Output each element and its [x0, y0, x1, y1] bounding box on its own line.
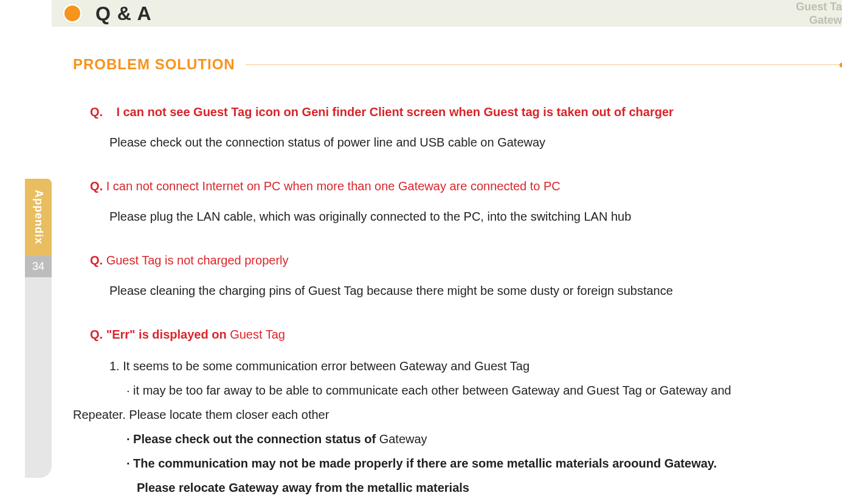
- question: Q. "Err" is displayed on Guest Tag: [73, 325, 842, 344]
- qa-block: Q. I can not connect Internet on PC when…: [73, 176, 842, 227]
- q-text: I can not connect Internet on PC when mo…: [106, 179, 561, 193]
- q-text: I can not see Guest Tag icon on Geni fin…: [116, 105, 673, 119]
- err-line: · it may be too far away to be able to c…: [73, 378, 842, 402]
- err-line: 2. Please check out the frequency on Gat…: [73, 500, 842, 504]
- qa-block: Q. I can not see Guest Tag icon on Geni …: [73, 102, 842, 153]
- header-right-line1: Guest Ta: [796, 0, 842, 13]
- q-prefix: Q.: [90, 179, 103, 193]
- page-title: Q & A: [95, 2, 152, 25]
- section-title: PROBLEM SOLUTION: [73, 56, 235, 73]
- header-right-line2: Gatew: [796, 13, 842, 27]
- err-list: 1. It seems to be some communication err…: [73, 354, 842, 504]
- q-prefix: Q.: [90, 105, 103, 119]
- main-content: PROBLEM SOLUTION Q. I can not see Guest …: [52, 27, 842, 504]
- sidebar-tail: [25, 277, 52, 478]
- dot-end-icon: [840, 63, 842, 67]
- answer: Please check out the connection status o…: [90, 131, 842, 153]
- q-text-rest: Guest Tag: [230, 328, 285, 341]
- err-line: · The communication may not be made prop…: [73, 451, 842, 475]
- dotted-divider: [246, 64, 842, 65]
- header-right-text: Guest Ta Gatew: [796, 0, 842, 27]
- header-bullet-icon: [63, 4, 82, 23]
- q-prefix: Q.: [90, 328, 103, 341]
- qa-block: Q. Guest Tag is not charged properly Ple…: [73, 250, 842, 302]
- q-prefix: Q.: [90, 254, 103, 267]
- qa-block-err: Q. "Err" is displayed on Guest Tag 1. It…: [73, 325, 842, 504]
- question: Q. I can not connect Internet on PC when…: [90, 176, 842, 196]
- answer: Please plug the LAN cable, which was ori…: [90, 205, 842, 227]
- err-line: Repeater. Please locate them closer each…: [73, 402, 842, 427]
- sidebar: Appendix 34: [0, 179, 52, 504]
- sidebar-tab-appendix: Appendix: [25, 179, 52, 255]
- err-line: Please relocate Gateway away from the me…: [73, 475, 842, 500]
- err-line: 1. It seems to be some communication err…: [73, 354, 842, 378]
- err-line: · Please check out the connection status…: [73, 427, 842, 451]
- question: Q. Guest Tag is not charged properly: [90, 250, 842, 270]
- err-line-rest: Gateway: [379, 432, 427, 446]
- section-header: PROBLEM SOLUTION: [73, 56, 842, 73]
- page-number: 34: [25, 255, 52, 277]
- question: Q. I can not see Guest Tag icon on Geni …: [90, 102, 842, 122]
- answer: Please cleaning the charging pins of Gue…: [90, 280, 842, 302]
- q-text: Guest Tag is not charged properly: [106, 254, 289, 267]
- err-line-bold-part: · Please check out the connection status…: [126, 432, 379, 446]
- q-text-bold: "Err" is displayed on: [106, 328, 227, 341]
- header-banner: Q & A Guest Ta Gatew: [52, 0, 842, 27]
